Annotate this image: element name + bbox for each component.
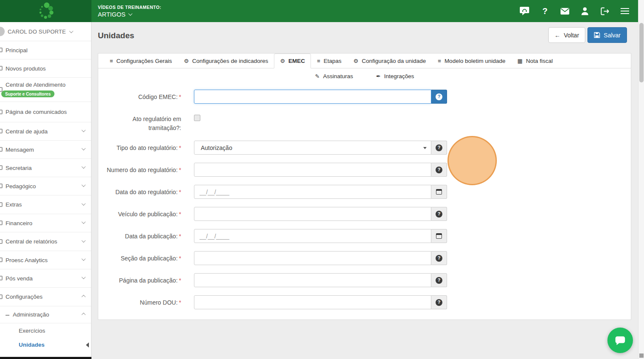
sidebar-item-novos-produtos[interactable]: Novos produtos — [0, 59, 91, 78]
tab-configuracoes-de-indicadores[interactable]: ⚙ Configurações de indicadores — [178, 54, 274, 68]
puzzle-icon — [0, 202, 3, 207]
sidebar-item-label: Proesc Analytics — [6, 257, 48, 263]
chat-bubble-icon — [614, 334, 627, 347]
sidebar-item-central-de-relatorios[interactable]: Central de relatórios — [0, 232, 91, 251]
codigo-emec-input[interactable] — [194, 90, 431, 104]
chevron-down-icon — [82, 201, 86, 206]
tab-configuracao-da-unidade[interactable]: ⚙ Configuração da unidade — [348, 54, 432, 68]
numero-ato-regulatorio-input[interactable] — [194, 163, 431, 177]
form-row-data-publicacao: Data da publicação:* — [98, 229, 631, 243]
sidebar-item-extras[interactable]: Extras — [0, 195, 91, 214]
form-row-pagina-publicacao: Página da publicação:* ? — [98, 273, 631, 287]
label-text: Página da publicação: — [119, 277, 178, 284]
hamburger-menu-icon[interactable] — [620, 6, 630, 16]
sidebar-item-label: Mensagem — [6, 147, 34, 153]
chevron-down-icon — [128, 11, 133, 16]
list-icon: ≡ — [317, 58, 320, 64]
sidebar-item-pagina-de-comunicados[interactable]: Página de comunicados — [0, 102, 91, 122]
label-text: Veículo de publicação: — [118, 211, 177, 218]
click-highlight-circle — [447, 136, 497, 185]
codigo-emec-help-button[interactable]: ? — [431, 90, 447, 104]
tab-modelo-boletim-unidade[interactable]: ≡ Modelo boletim unidade — [432, 54, 511, 68]
suporte-consultores-badge: Suporte e Consultores — [1, 90, 54, 97]
chat-widget-button[interactable] — [607, 328, 633, 353]
tab-configuracoes-gerais[interactable]: ≡ Configurações Gerais — [104, 54, 178, 68]
pagina-publicacao-input[interactable] — [194, 273, 431, 287]
input-group: ? — [194, 90, 447, 104]
numero-ato-help-button[interactable]: ? — [431, 163, 447, 177]
sidebar-item-mensagem[interactable]: Mensagem — [0, 141, 91, 159]
sidebar-item-pos-venda[interactable]: Pós venda — [0, 269, 91, 288]
sidebar-item-principal[interactable]: Principal — [0, 41, 91, 59]
sidebar-item-central-de-ajuda[interactable]: Central de ajuda — [0, 122, 91, 141]
question-circle-icon: ? — [436, 211, 442, 218]
numero-dou-input[interactable] — [194, 295, 431, 309]
salvar-label: Salvar — [604, 32, 621, 39]
tab-assinaturas[interactable]: ✎ Assinaturas — [309, 69, 359, 84]
secao-help-button[interactable]: ? — [431, 251, 447, 265]
tab-label: Configuração da unidade — [362, 58, 426, 64]
help-icon[interactable]: ? — [540, 6, 550, 16]
mail-icon[interactable] — [560, 6, 570, 16]
pen-icon: ✒ — [376, 73, 381, 79]
label-text: Número DOU: — [140, 299, 178, 306]
tab-nota-fiscal[interactable]: ▦ Nota fiscal — [511, 54, 559, 68]
scrollbar-thumb[interactable] — [639, 23, 644, 82]
label-text: Ato regulatório em tramitação?: — [133, 116, 181, 131]
sidebar-item-unidades[interactable]: Unidades — [0, 338, 91, 352]
list-icon: ≡ — [110, 58, 113, 64]
sidebar-item-pedagogico[interactable]: Pedagógico — [0, 177, 91, 195]
sidebar-item-secretaria[interactable]: Secretaria — [0, 159, 91, 177]
chart-icon — [0, 257, 3, 262]
proesc-logo[interactable] — [0, 0, 91, 22]
emec-form: Código EMEC:* ? Ato regulatório em trami… — [98, 83, 631, 309]
sidebar-item-administracao[interactable]: Administração — [0, 306, 91, 323]
report-icon — [0, 239, 3, 244]
sidebar-item-proesc-analytics[interactable]: Proesc Analytics — [0, 251, 91, 269]
sidebar-item-label: Secretaria — [6, 165, 32, 171]
save-floppy-icon — [594, 32, 600, 38]
select-caret-icon — [423, 147, 427, 149]
tab-etapas[interactable]: ≡ Etapas — [311, 54, 348, 68]
tab-emec[interactable]: ⚙ EMEC — [274, 54, 311, 68]
calendar-icon: ▦ — [517, 58, 522, 64]
field-label: Código EMEC:* — [98, 90, 181, 104]
data-publicacao-datepicker-button[interactable] — [431, 229, 447, 243]
proesc-logo-icon — [37, 2, 55, 20]
bottom-edge-strip — [0, 357, 91, 359]
tipo-ato-help-button[interactable]: ? — [431, 141, 447, 155]
veiculo-publicacao-input[interactable] — [194, 207, 431, 221]
logout-icon[interactable] — [600, 6, 610, 16]
app-screen: VÍDEOS DE TREINAMENTO: ARTIGOS ? — [0, 0, 644, 359]
sidebar-user-menu[interactable]: CAROL DO SUPORTE — [0, 22, 91, 41]
sidebar-item-central-de-atendimento[interactable]: Central de Atendimento Suporte e Consult… — [0, 78, 91, 102]
input-group: ? — [194, 163, 447, 177]
voltar-button[interactable]: ← Voltar — [548, 27, 586, 43]
label-text: Data da publicação: — [125, 233, 178, 240]
training-videos-dropdown[interactable]: ARTIGOS — [98, 11, 161, 18]
secao-publicacao-input[interactable] — [194, 251, 431, 265]
sidebar-item-configuracoes[interactable]: Configurações — [0, 288, 91, 306]
user-icon[interactable] — [580, 6, 590, 16]
sidebar-item-exercicios[interactable]: Exercícios — [0, 323, 91, 338]
chevron-up-icon — [82, 294, 86, 299]
support-chat-icon[interactable] — [519, 6, 530, 16]
salvar-button[interactable]: Salvar — [587, 27, 627, 43]
tab-label: Configurações de indicadores — [192, 58, 268, 64]
data-ato-regulatorio-input[interactable] — [194, 185, 431, 199]
training-videos-block: VÍDEOS DE TREINAMENTO: ARTIGOS — [98, 5, 161, 18]
numero-dou-help-button[interactable]: ? — [431, 295, 447, 309]
tab-integracoes[interactable]: ✒ Integrações — [370, 69, 420, 84]
sidebar-item-financeiro[interactable]: Financeiro — [0, 214, 91, 232]
label-text: Tipo do ato regulatório: — [117, 144, 177, 151]
ato-regulatorio-checkbox[interactable] — [194, 115, 200, 121]
form-row-tipo-ato-regulatorio: Tipo do ato regulatório:* Autorização ? — [98, 141, 631, 155]
tipo-ato-regulatorio-select[interactable]: Autorização — [194, 141, 431, 155]
page-scrollbar[interactable] — [638, 0, 644, 359]
sidebar-item-label: Exercícios — [19, 328, 45, 334]
scrollbar-down-button[interactable] — [639, 353, 644, 358]
data-publicacao-input[interactable] — [194, 229, 431, 243]
data-ato-datepicker-button[interactable] — [431, 185, 447, 199]
pagina-help-button[interactable]: ? — [431, 273, 447, 287]
veiculo-help-button[interactable]: ? — [431, 207, 447, 221]
